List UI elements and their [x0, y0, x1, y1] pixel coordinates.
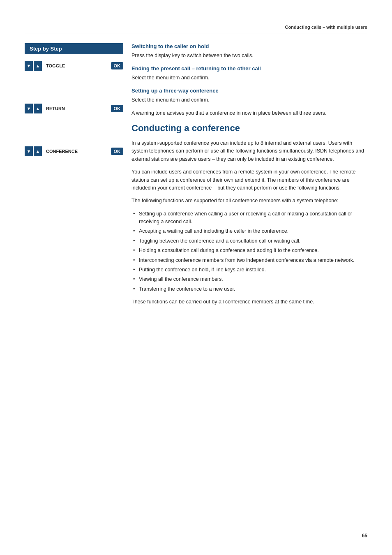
page-header: Conducting calls – with multiple users — [25, 25, 367, 33]
conference-down-icon: ▼ — [25, 146, 33, 156]
step-by-step-header: Step by Step — [25, 43, 123, 54]
toggle-label: TOGGLE — [44, 63, 108, 68]
return-down-icon: ▼ — [25, 104, 33, 113]
return-row: ▼ ▲ RETURN OK — [25, 102, 123, 115]
bullet-item-1: Accepting a waiting call and including t… — [131, 227, 367, 235]
conference-up-icon: ▲ — [34, 146, 42, 156]
bullet-item-3: Holding a consultation call during a con… — [131, 247, 367, 254]
section-text-return: Select the menu item and confirm. — [131, 74, 367, 82]
right-panel: Switching to the caller on hold Press th… — [123, 43, 367, 311]
left-panel: Step by Step ▼ ▲ TOGGLE OK ▼ ▲ RETURN — [25, 43, 123, 311]
return-arrows: ▼ ▲ — [25, 104, 42, 113]
conference-label: CONFERENCE — [44, 149, 108, 154]
conference-row: ▼ ▲ CONFERENCE OK — [25, 145, 123, 158]
section-text-conference-1: Select the menu item and confirm. — [131, 96, 367, 104]
toggle-ok-button[interactable]: OK — [111, 62, 124, 69]
conducting-para2: You can include users and conferences fr… — [131, 168, 367, 192]
bullet-item-7: Transferring the conference to a new use… — [131, 285, 367, 293]
section-title-toggle: Switching to the caller on hold — [131, 43, 367, 49]
conducting-para4: These functions can be carried out by al… — [131, 298, 367, 306]
return-ok-button[interactable]: OK — [111, 105, 124, 112]
step-by-step-container: Step by Step ▼ ▲ TOGGLE OK ▼ ▲ RETURN — [25, 43, 367, 311]
toggle-down-icon: ▼ — [25, 61, 33, 71]
return-up-icon: ▲ — [34, 104, 42, 113]
section-text-conference-2: A warning tone advises you that a confer… — [131, 109, 367, 117]
conducting-bullets: Setting up a conference when calling a u… — [131, 210, 367, 293]
conference-arrows: ▼ ▲ — [25, 146, 42, 156]
page-number: 65 — [362, 533, 367, 539]
bullet-item-4: Interconnecting conference members from … — [131, 257, 367, 264]
section-text-toggle: Press the display key to switch between … — [131, 52, 367, 60]
conference-ok-button[interactable]: OK — [111, 148, 124, 155]
toggle-arrows: ▼ ▲ — [25, 61, 42, 71]
spacer-2 — [25, 123, 123, 136]
page: Conducting calls – with multiple users S… — [0, 0, 392, 555]
bullet-item-6: Viewing all the conference members. — [131, 275, 367, 283]
bullet-item-2: Toggling between the conference and a co… — [131, 237, 367, 245]
conducting-para1: In a system-supported conference you can… — [131, 139, 367, 163]
conducting-para3: The following functions are supported fo… — [131, 197, 367, 205]
conducting-title: Conducting a conference — [131, 123, 367, 134]
spacer-1 — [25, 81, 123, 94]
bullet-item-0: Setting up a conference when calling a u… — [131, 210, 367, 226]
toggle-row: ▼ ▲ TOGGLE OK — [25, 59, 123, 72]
return-label: RETURN — [44, 106, 108, 111]
toggle-up-icon: ▲ — [34, 61, 42, 71]
section-title-return: Ending the present call – returning to t… — [131, 65, 367, 72]
section-title-conference: Setting up a three-way conference — [131, 88, 367, 94]
step-by-step-label: Step by Step — [30, 46, 62, 52]
header-title: Conducting calls – with multiple users — [285, 25, 367, 30]
bullet-item-5: Putting the conference on hold, if line … — [131, 266, 367, 274]
